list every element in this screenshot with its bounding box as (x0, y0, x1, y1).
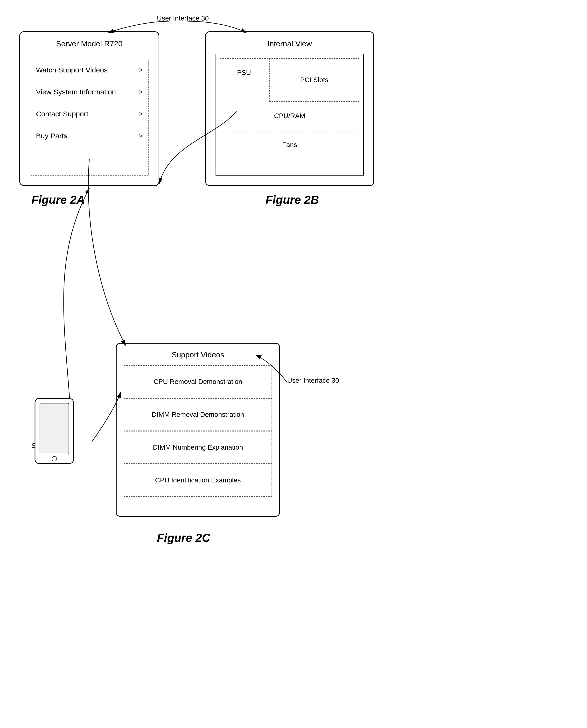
fig2c-item-cpu-id[interactable]: CPU Identification Examples (124, 464, 272, 497)
fig2c-item-dimm-removal[interactable]: DIMM Removal Demonstration (124, 398, 272, 431)
menu-item-label: Buy Parts (36, 132, 67, 140)
fig2c-item-cpu-removal[interactable]: CPU Removal Demonstration (124, 365, 272, 398)
fig2a-menu: Watch Support Videos > View System Infor… (30, 59, 149, 176)
fig2b-internal-view: PSU PCI Slots CPU/RAM Fans (215, 54, 364, 176)
label-ui30-top: User Interface 30 (157, 15, 209, 22)
label-smartphone: Smart Phone (31, 442, 71, 450)
fig2c-title: Support Videos (117, 350, 279, 359)
fig2c-list: CPU Removal Demonstration DIMM Removal D… (124, 365, 272, 506)
svg-point-4 (52, 456, 57, 461)
menu-item-contact-support[interactable]: Contact Support > (30, 103, 148, 125)
figure-2b-box: Internal View PSU PCI Slots CPU/RAM Fans (205, 31, 374, 186)
label-ui30-right: User Interface 30 (287, 377, 339, 384)
menu-arrow: > (139, 66, 143, 74)
menu-arrow: > (139, 88, 143, 96)
fig2a-title: Server Model R720 (20, 39, 159, 48)
menu-item-label: Watch Support Videos (36, 66, 108, 74)
fig2b-title: Internal View (206, 39, 373, 48)
svg-rect-2 (35, 399, 74, 463)
fig2b-psu: PSU (220, 58, 268, 87)
figure-2c-caption: Figure 2C (157, 531, 210, 545)
menu-item-label: View System Information (36, 88, 116, 96)
fig2b-fans: Fans (220, 132, 359, 158)
menu-arrow: > (139, 110, 143, 118)
menu-item-watch-videos[interactable]: Watch Support Videos > (30, 59, 148, 81)
diagram-container: Server Model R720 Watch Support Videos >… (0, 0, 587, 728)
figure-2b-caption: Figure 2B (265, 193, 319, 206)
fig2b-cpu: CPU/RAM (220, 103, 359, 129)
figure-2c-box: Support Videos CPU Removal Demonstration… (116, 343, 280, 517)
figure-2a-caption: Figure 2A (31, 193, 85, 206)
fig2b-pci: PCI Slots (269, 58, 359, 101)
menu-item-view-info[interactable]: View System Information > (30, 81, 148, 103)
fig2c-item-dimm-numbering[interactable]: DIMM Numbering Explanation (124, 431, 272, 464)
menu-arrow: > (139, 132, 143, 140)
menu-item-label: Contact Support (36, 110, 88, 118)
menu-item-buy-parts[interactable]: Buy Parts > (30, 125, 148, 147)
figure-2a-box: Server Model R720 Watch Support Videos >… (19, 31, 159, 186)
